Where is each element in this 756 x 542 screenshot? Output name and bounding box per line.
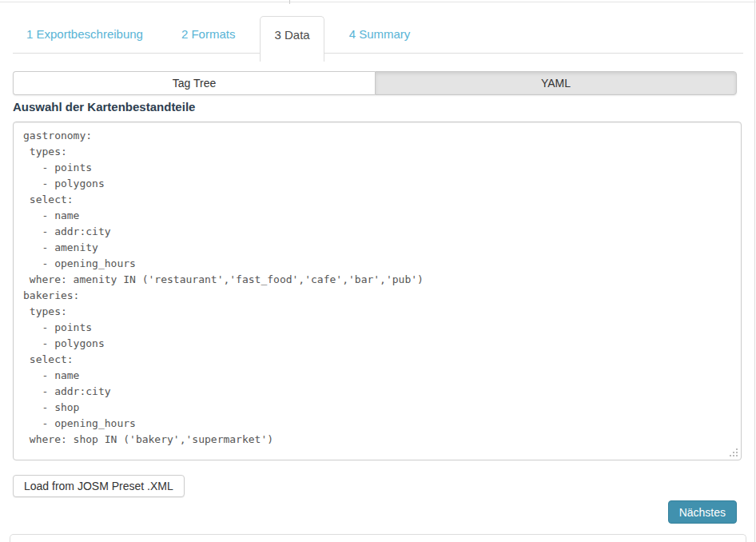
tag-tree-toggle-button[interactable]: Tag Tree [13,71,375,95]
editor-view-toggle-group: Tag Tree YAML [13,71,737,95]
page-top-divider [0,2,756,2]
next-step-button[interactable]: Nächstes [668,500,737,524]
tab-data[interactable]: 3 Data [260,16,324,62]
yaml-editor-textarea[interactable]: gastronomy: types: - points - polygons s… [13,122,742,460]
tab-formats[interactable]: 2 Formats [168,16,249,53]
tab-summary[interactable]: 4 Summary [336,16,424,53]
tab-exportbeschreibung[interactable]: 1 Exportbeschreibung [13,16,157,53]
clipped-bottom-panel [10,534,746,542]
page-right-border [754,0,755,542]
yaml-toggle-button[interactable]: YAML [375,71,737,95]
load-josm-preset-button[interactable]: Load from JOSM Preset .XML [13,475,185,497]
next-button-row: Nächstes [13,500,743,524]
yaml-editor-wrap: gastronomy: types: - points - polygons s… [13,122,742,460]
page-top-divider-tick [289,0,290,4]
export-wizard-data-step: 1 Exportbeschreibung 2 Formats 3 Data 4 … [0,0,756,524]
map-features-heading: Auswahl der Kartenbestandteile [13,100,743,114]
textarea-resize-grip-icon[interactable] [730,448,738,456]
wizard-tab-bar: 1 Exportbeschreibung 2 Formats 3 Data 4 … [13,16,743,54]
